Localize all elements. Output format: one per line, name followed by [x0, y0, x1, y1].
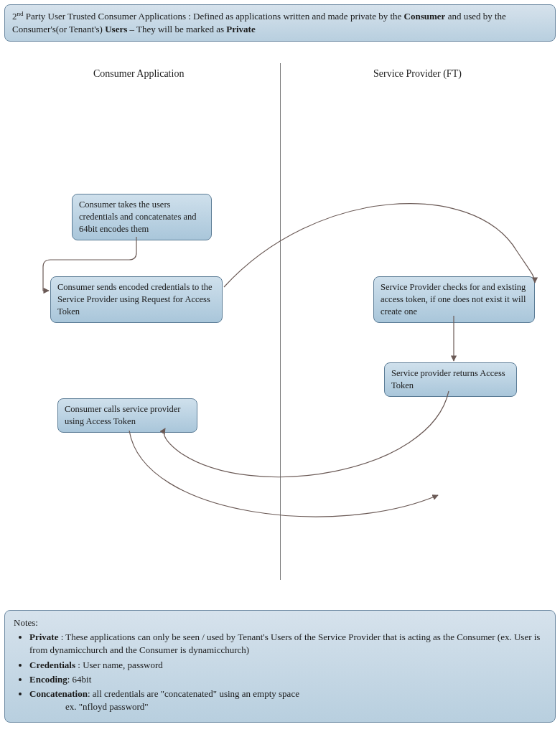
definition-text: 2nd Party User Trusted Consumer Applicat… — [12, 11, 506, 34]
column-label-left: Consumer Application — [93, 68, 184, 80]
definition-box: 2nd Party User Trusted Consumer Applicat… — [4, 4, 556, 42]
node-consumer-call: Consumer calls service provider using Ac… — [57, 398, 197, 433]
notes-item: Concatenation: all credentials are "conc… — [29, 688, 546, 713]
node-consumer-encode: Consumer takes the users credentials and… — [72, 194, 212, 240]
node-consumer-send: Consumer sends encoded credentials to th… — [50, 276, 223, 323]
notes-example: ex. "nfloyd password" — [29, 700, 546, 713]
notes-list: Private : These applications can only be… — [14, 631, 546, 713]
notes-item: Private : These applications can only be… — [29, 631, 546, 657]
notes-item: Encoding: 64bit — [29, 673, 546, 686]
column-label-right: Service Provider (FT) — [373, 68, 462, 80]
notes-item: Credentials : User name, password — [29, 659, 546, 672]
node-provider-check: Service Provider checks for and existing… — [373, 276, 535, 323]
node-provider-return: Service provider returns Access Token — [384, 362, 517, 397]
notes-title: Notes: — [14, 616, 546, 629]
notes-box: Notes: Private : These applications can … — [4, 610, 556, 723]
swimlane-divider — [280, 63, 281, 580]
